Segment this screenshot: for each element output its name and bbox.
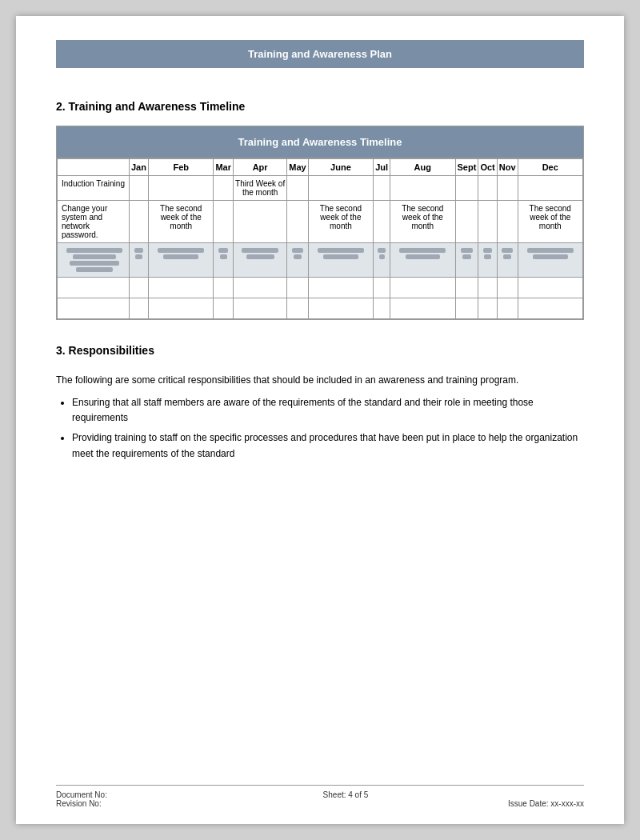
col-label	[58, 159, 130, 176]
cell: The second week of the month	[390, 201, 455, 243]
rev-no-label: Revision No:	[56, 799, 102, 808]
section2-heading: 2. Training and Awareness Timeline	[56, 100, 584, 113]
col-june: June	[308, 159, 373, 176]
cell-blurred	[478, 243, 497, 278]
cell-empty	[234, 298, 287, 319]
cell	[234, 201, 287, 243]
section3: 3. Responsibilities The following are so…	[56, 344, 584, 462]
cell-empty	[497, 278, 518, 298]
table-row-empty	[58, 278, 583, 298]
section3-heading: 3. Responsibilities	[56, 344, 584, 357]
cell-empty	[130, 278, 149, 298]
col-feb: Feb	[148, 159, 213, 176]
doc-no-label: Document No:	[56, 790, 107, 799]
cell-empty	[130, 298, 149, 319]
cell-empty	[455, 278, 478, 298]
table-row-blurred	[58, 243, 583, 278]
table-row: Induction Training Third Week of the mon…	[58, 176, 583, 201]
cell-empty	[308, 298, 373, 319]
header-title: Training and Awareness Plan	[248, 48, 392, 60]
cell: The second week of the month	[148, 201, 213, 243]
cell-empty	[58, 278, 130, 298]
cell-empty	[148, 298, 213, 319]
footer: Document No: Sheet: 4 of 5 Revision No: …	[56, 785, 584, 808]
cell-empty	[518, 298, 583, 319]
list-item: Ensuring that all staff members are awar…	[72, 395, 584, 426]
page: Training and Awareness Plan 2. Training …	[16, 16, 624, 824]
col-jul: Jul	[374, 159, 390, 176]
cell	[518, 176, 583, 201]
resp-intro: The following are some critical responsi…	[56, 373, 584, 387]
cell	[478, 176, 497, 201]
cell-blurred	[455, 243, 478, 278]
cell-empty	[497, 298, 518, 319]
cell: The second week of the month	[308, 201, 373, 243]
cell-empty	[308, 278, 373, 298]
cell-empty	[148, 278, 213, 298]
cell	[214, 176, 234, 201]
cell-blurred	[308, 243, 373, 278]
footer-row1: Document No: Sheet: 4 of 5	[56, 790, 584, 799]
cell-blurred	[130, 243, 149, 278]
cell: Third Week of the month	[234, 176, 287, 201]
timeline-table: Jan Feb Mar Apr May June Jul Aug Sept Oc…	[57, 158, 583, 319]
cell-empty	[374, 298, 390, 319]
cell-blurred	[234, 243, 287, 278]
cell	[287, 176, 308, 201]
cell	[130, 201, 149, 243]
table-row-empty	[58, 298, 583, 319]
cell	[308, 176, 373, 201]
cell-blurred	[148, 243, 213, 278]
cell	[455, 176, 478, 201]
col-nov: Nov	[497, 159, 518, 176]
cell	[497, 201, 518, 243]
cell-blurred	[58, 243, 130, 278]
cell: The second week of the month	[518, 201, 583, 243]
cell-empty	[58, 298, 130, 319]
cell	[287, 201, 308, 243]
row-label-induction: Induction Training	[58, 176, 130, 201]
cell	[497, 176, 518, 201]
footer-row2: Revision No: Issue Date: xx-xxx-xx	[56, 799, 584, 808]
timeline-title: Training and Awareness Timeline	[57, 126, 583, 158]
issue-date-value: Issue Date: xx-xxx-xx	[508, 799, 584, 808]
col-oct: Oct	[478, 159, 497, 176]
col-apr: Apr	[234, 159, 287, 176]
cell	[455, 201, 478, 243]
row-label-password: Change your system and network password.	[58, 201, 130, 243]
cell-blurred	[518, 243, 583, 278]
cell-empty	[390, 298, 455, 319]
cell-blurred	[287, 243, 308, 278]
cell	[478, 201, 497, 243]
cell-empty	[478, 298, 497, 319]
cell-blurred	[390, 243, 455, 278]
cell-empty	[234, 278, 287, 298]
sheet-info: Sheet: 4 of 5	[323, 790, 369, 799]
cell	[390, 176, 455, 201]
cell-empty	[374, 278, 390, 298]
col-aug: Aug	[390, 159, 455, 176]
cell-empty	[455, 298, 478, 319]
col-sept: Sept	[455, 159, 478, 176]
cell	[374, 201, 390, 243]
timeline-container: Training and Awareness Timeline Jan Feb …	[56, 126, 584, 320]
cell-blurred	[497, 243, 518, 278]
col-dec: Dec	[518, 159, 583, 176]
table-row: Change your system and network password.…	[58, 201, 583, 243]
col-may: May	[287, 159, 308, 176]
cell	[148, 176, 213, 201]
cell-empty	[287, 298, 308, 319]
cell-empty	[518, 278, 583, 298]
table-header-row: Jan Feb Mar Apr May June Jul Aug Sept Oc…	[58, 159, 583, 176]
cell-blurred	[374, 243, 390, 278]
cell	[214, 201, 234, 243]
cell-empty	[214, 298, 234, 319]
cell	[130, 176, 149, 201]
header-banner: Training and Awareness Plan	[56, 40, 584, 68]
col-jan: Jan	[130, 159, 149, 176]
resp-list: Ensuring that all staff members are awar…	[72, 395, 584, 462]
cell-empty	[287, 278, 308, 298]
cell	[374, 176, 390, 201]
cell-empty	[478, 278, 497, 298]
list-item: Providing training to staff on the speci…	[72, 430, 584, 461]
